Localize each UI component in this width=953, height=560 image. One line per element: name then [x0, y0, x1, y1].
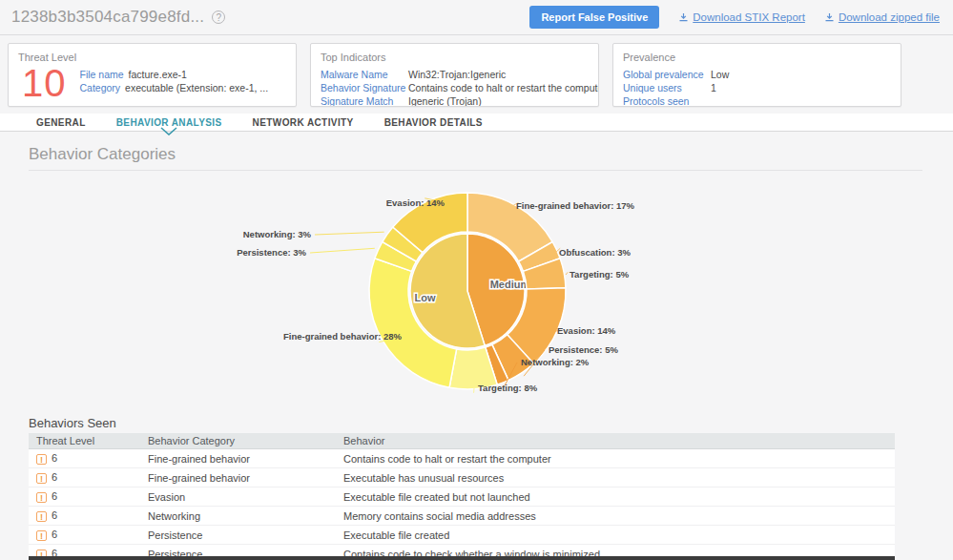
field-value: 1 — [711, 81, 716, 94]
label-leader-line — [315, 232, 384, 235]
behaviors-table-body: !6Fine-grained behaviorContains code to … — [29, 449, 895, 560]
behavior-category-cell: Fine-grained behavior — [140, 468, 336, 487]
chart-segment-low-networking[interactable] — [383, 227, 423, 261]
table-row[interactable]: !6PersistenceExecutable file created — [29, 526, 895, 545]
section-divider — [29, 170, 922, 171]
download-zip-label: Download zipped file — [839, 11, 940, 23]
report-false-positive-button[interactable]: Report False Positive — [529, 6, 659, 29]
behavior-cell: Contains code to halt or restart the com… — [336, 449, 895, 468]
threat-warning-icon: ! — [36, 492, 47, 503]
behavior-cell: Executable file created — [336, 526, 895, 545]
threat-level-cell: !6 — [29, 449, 140, 468]
file-hash-title: 1238b3b3504ca799e8fd... — [11, 8, 204, 27]
top-indicators-card: Top Indicators Malware Name Win32:Trojan… — [310, 43, 599, 107]
inner-segment-label: Medium — [490, 279, 530, 290]
field-value: Igeneric (Trojan) — [408, 94, 482, 107]
tab-behavior-details[interactable]: BEHAVIOR DETAILS — [369, 114, 498, 132]
behavior-categories-sunburst-chart[interactable]: MediumLowFine-grained behavior: 17%Obfus… — [0, 176, 953, 415]
prevalence-card: Prevalence Global prevalence Low Unique … — [612, 43, 901, 107]
chart-segment-medium-evasion[interactable] — [508, 288, 566, 363]
chart-segment-low-targeting[interactable] — [449, 347, 497, 389]
help-icon[interactable]: ? — [212, 10, 225, 24]
behavior-category-cell: Networking — [140, 507, 336, 526]
field-label-link[interactable]: Malware Name — [321, 68, 408, 81]
chart-segment-label: Networking: 2% — [521, 357, 590, 367]
table-row[interactable]: !6Fine-grained behaviorContains code to … — [29, 449, 895, 468]
behavior-cell: Executable file created but not launched — [336, 487, 895, 507]
field-label-link[interactable]: Unique users — [623, 81, 711, 94]
table-row[interactable]: !6NetworkingMemory contains social media… — [29, 507, 895, 526]
inner-segment-low[interactable] — [410, 234, 485, 348]
field-label-link[interactable]: Protocols seen — [623, 94, 711, 107]
chart-segment-label: Evasion: 14% — [557, 325, 616, 336]
column-behavior-category: Behavior Category — [140, 433, 336, 449]
tab-network-activity[interactable]: NETWORK ACTIVITY — [238, 114, 369, 132]
chart-segment-medium-networking[interactable] — [486, 344, 508, 384]
card-title: Prevalence — [623, 52, 891, 63]
chart-segment-label: Targeting: 5% — [570, 269, 630, 280]
chart-segment-low-evasion[interactable] — [393, 193, 467, 253]
card-title: Top Indicators — [321, 52, 589, 63]
page-header: 1238b3b3504ca799e8fd... ? Report False P… — [0, 0, 953, 35]
threat-warning-icon: ! — [36, 530, 47, 541]
download-icon — [824, 12, 835, 23]
field-value: Win32:Trojan:Igeneric — [408, 68, 506, 81]
chart-segment-low-persistence[interactable] — [375, 242, 416, 272]
label-leader-line — [425, 198, 448, 203]
active-tab-chevron-down-icon — [160, 127, 177, 135]
chart-segment-label: Obfuscation: 3% — [559, 247, 632, 258]
chart-segment-medium-persistence[interactable] — [492, 335, 533, 381]
chart-segment-medium-targeting[interactable] — [523, 259, 565, 289]
behaviors-seen-title: Behaviors Seen — [29, 416, 116, 430]
behavior-cell: Executable has unusual resources — [336, 468, 895, 487]
behavior-category-cell: Evasion — [140, 487, 336, 507]
field-label-link[interactable]: Signature Match — [321, 94, 408, 107]
threat-score: 10 — [22, 66, 67, 100]
chart-segment-label: Fine-grained behavior: 28% — [283, 331, 403, 342]
table-row[interactable]: !6Fine-grained behaviorExecutable has un… — [29, 468, 895, 487]
threat-level-value: 6 — [52, 452, 57, 464]
field-value: executable (Extension: exe-1, ... — [125, 81, 268, 94]
threat-level-value: 6 — [52, 529, 57, 540]
field-value: facture.exe-1 — [129, 68, 187, 81]
chart-segment-label: Networking: 3% — [243, 229, 312, 239]
field-label-link[interactable]: Global prevalence — [623, 68, 711, 81]
chart-segment-label: Persistence: 3% — [237, 247, 306, 258]
table-row[interactable]: !6EvasionExecutable file created but not… — [29, 487, 895, 507]
threat-level-cell: !6 — [29, 468, 140, 487]
tab-general[interactable]: GENERAL — [21, 114, 101, 132]
bottom-cutoff-bar — [29, 556, 895, 560]
download-zip-link[interactable]: Download zipped file — [824, 11, 940, 23]
threat-level-value: 6 — [52, 471, 57, 483]
field-value: Contains code to halt or restart the com… — [408, 81, 599, 94]
field-label-link[interactable]: Behavior Signature — [321, 81, 408, 94]
behaviors-seen-table: Threat Level Behavior Category Behavior … — [29, 433, 895, 560]
tab-bar: GENERAL BEHAVIOR ANALYSIS NETWORK ACTIVI… — [0, 114, 953, 132]
behavior-category-cell: Fine-grained behavior — [140, 449, 336, 468]
chart-segment-medium-fine-grained-behavior[interactable] — [467, 193, 552, 261]
table-header-row: Threat Level Behavior Category Behavior — [29, 433, 895, 449]
threat-warning-icon: ! — [36, 473, 47, 484]
label-leader-line — [555, 248, 560, 253]
chart-segment-label: Targeting: 8% — [478, 383, 538, 393]
threat-level-cell: !6 — [29, 487, 140, 507]
chart-segment-medium-obfuscation[interactable] — [519, 242, 560, 272]
chart-segment-low-fine-grained-behavior[interactable] — [369, 259, 457, 387]
behavior-categories-heading: Behavior Categories — [29, 145, 176, 164]
download-stix-link[interactable]: Download STIX Report — [678, 11, 805, 23]
inner-segment-medium[interactable] — [467, 234, 525, 345]
field-label-link[interactable]: Category — [80, 81, 121, 94]
download-icon — [678, 12, 689, 23]
threat-level-cell: !6 — [29, 526, 140, 545]
column-threat-level: Threat Level — [29, 433, 140, 449]
chart-segment-label: Persistence: 5% — [549, 344, 618, 355]
label-leader-line — [524, 350, 545, 376]
label-leader-line — [505, 363, 517, 386]
header-actions: Report False Positive Download STIX Repo… — [529, 6, 940, 29]
field-label-link[interactable]: File name — [80, 68, 124, 81]
tab-behavior-analysis[interactable]: BEHAVIOR ANALYSIS — [101, 114, 238, 132]
label-leader-line — [566, 272, 568, 275]
threat-level-cell: !6 — [29, 507, 140, 526]
threat-level-card: Threat Level 10 File name facture.exe-1 … — [8, 43, 297, 107]
label-leader-line — [310, 248, 375, 253]
